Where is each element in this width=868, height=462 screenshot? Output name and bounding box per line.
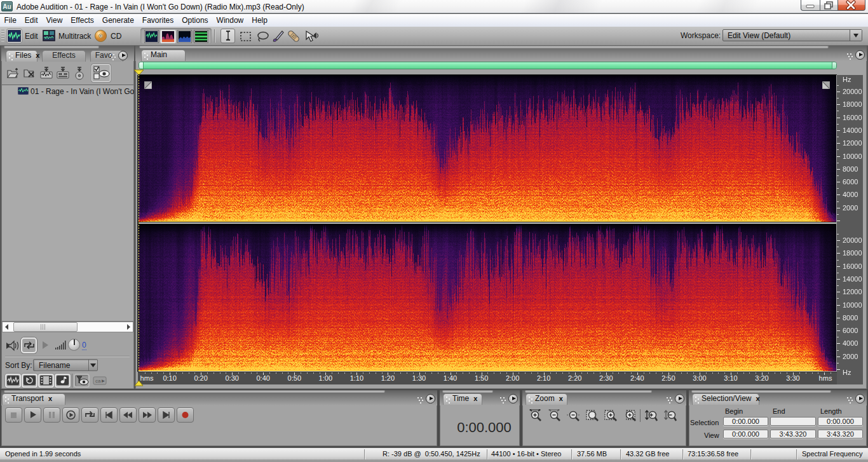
svg-text:ca►: ca► (95, 378, 105, 384)
